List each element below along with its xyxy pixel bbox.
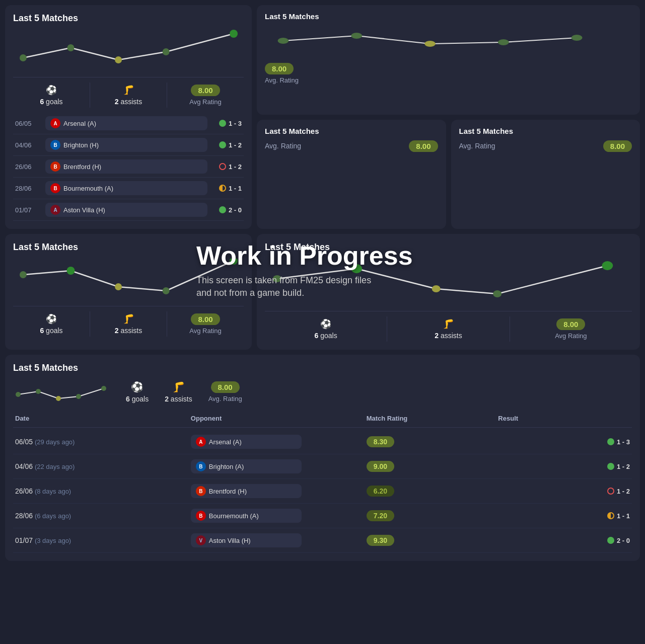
result-badge: 2 - 0 xyxy=(498,537,630,544)
avg-rating-pill: 8.00 xyxy=(211,381,240,393)
result-badge: 1 - 1 xyxy=(211,185,242,192)
result-badge: 1 - 2 xyxy=(211,163,242,171)
svg-point-10 xyxy=(20,271,27,278)
goals-icon: ⚽ xyxy=(131,381,144,393)
match-rating: 9.30 xyxy=(367,535,498,546)
opponent-name: Brighton (H) xyxy=(63,141,99,149)
col-date: Date xyxy=(15,415,191,422)
small-card-2-avg-label: Avg. Rating xyxy=(265,142,301,150)
opponent-badge: A Arsenal (A) xyxy=(45,116,207,130)
avg-rating-label: Avg Rating xyxy=(189,327,221,335)
match-rating: 6.20 xyxy=(367,486,498,497)
small-card-3-title: Last 5 Matches xyxy=(459,127,632,135)
result-score: 1 - 2 xyxy=(617,463,630,470)
bottom-card-header: ⚽ 6 goals 🦵 2 assists 8.00 Avg. Rating xyxy=(13,379,632,405)
opponent-name: Brighton (A) xyxy=(209,463,244,470)
opponent-name: Arsenal (A) xyxy=(209,438,242,446)
match-list-topleft: 06/05 A Arsenal (A) 1 - 3 04/06 B Bright… xyxy=(13,113,244,221)
middle-right-chart xyxy=(265,259,632,304)
goals-value: 6 goals xyxy=(315,332,337,340)
match-date: 26/06 (8 days ago) xyxy=(15,487,191,495)
svg-point-23 xyxy=(76,394,81,399)
result-badge: 1 - 3 xyxy=(498,438,630,446)
result-score: 1 - 1 xyxy=(229,185,242,192)
opponent-badge: B Bournemouth (A) xyxy=(191,509,302,523)
result-score: 1 - 2 xyxy=(229,163,242,171)
goals-stat: ⚽ 6 goals xyxy=(265,316,387,342)
small-card-2-title: Last 5 Matches xyxy=(265,127,438,135)
result-score: 1 - 3 xyxy=(617,438,630,446)
small-card-2-avg: Avg. Rating 8.00 xyxy=(265,140,438,152)
win-dot xyxy=(607,438,614,445)
opponent-name: Bournemouth (A) xyxy=(209,512,259,520)
table-row: 28/06 B Bournemouth (A) 1 - 1 xyxy=(13,178,244,199)
col-result: Result xyxy=(498,415,630,422)
opponent-badge: V Aston Villa (H) xyxy=(191,533,302,547)
match-date: 26/06 xyxy=(15,163,41,171)
opponent-name: Aston Villa (H) xyxy=(209,537,251,544)
table-row: 26/06 B Brentford (H) 1 - 2 xyxy=(13,156,244,178)
small-card-1-rating: 8.00 xyxy=(265,63,294,74)
small-card-3-avg: Avg. Rating 8.00 xyxy=(459,140,632,152)
middle-left-card: Last 5 Matches ⚽ 6 goals 🦵 xyxy=(5,234,252,350)
win-dot xyxy=(219,141,226,148)
table-row: 01/07 (3 days ago) V Aston Villa (H) 9.3… xyxy=(13,528,632,553)
svg-point-20 xyxy=(16,392,21,397)
avg-rating-stat: 8.00 Avg Rating xyxy=(167,83,244,108)
goals-stat: ⚽ 6 goals xyxy=(13,311,90,337)
goals-stat: ⚽ 6 goals xyxy=(13,83,90,108)
opponent-name: Brentford (H) xyxy=(209,488,247,495)
avg-rating-stat: 8.00 Avg Rating xyxy=(167,311,244,337)
top-left-chart xyxy=(13,30,244,70)
brentford-icon: B xyxy=(196,486,206,496)
bottom-stats: ⚽ 6 goals 🦵 2 assists 8.00 Avg. Rating xyxy=(126,381,242,403)
middle-left-stats: ⚽ 6 goals 🦵 2 assists 8.00 Avg Rating xyxy=(13,306,244,337)
assists-stat: 🦵 2 assists xyxy=(90,311,167,337)
svg-point-19 xyxy=(602,261,613,270)
arsenal-icon: A xyxy=(50,118,60,128)
match-rating: 7.20 xyxy=(367,510,498,521)
top-right-grid: Last 5 Matches 8.00 Avg. Rating xyxy=(257,5,640,229)
middle-right-stats: ⚽ 6 goals 🦵 2 assists 8.00 Avg Rating xyxy=(265,311,632,342)
rating-value: 6.20 xyxy=(367,486,394,497)
result-badge: 1 - 2 xyxy=(211,141,242,149)
top-left-card: Last 5 Matches ⚽ 6 goals 🦵 xyxy=(5,5,252,229)
rating-value: 9.00 xyxy=(367,461,394,472)
result-badge: 2 - 0 xyxy=(211,206,242,214)
table-row: 26/06 (8 days ago) B Brentford (H) 6.20 … xyxy=(13,479,632,504)
assists-icon: 🦵 xyxy=(123,313,134,325)
svg-point-5 xyxy=(278,38,289,44)
goals-stat: ⚽ 6 goals xyxy=(126,381,149,403)
assists-label: 2 assists xyxy=(165,395,192,403)
match-date: 28/06 (6 days ago) xyxy=(15,512,191,520)
svg-point-2 xyxy=(115,56,122,63)
goals-icon: ⚽ xyxy=(46,313,57,325)
match-date: 06/05 (29 days ago) xyxy=(15,438,191,446)
svg-point-8 xyxy=(498,39,509,45)
match-rating: 8.30 xyxy=(367,436,498,447)
brighton-icon: B xyxy=(50,140,60,150)
small-card-1-avg-label: Avg. Rating xyxy=(265,76,632,84)
brentford-icon: B xyxy=(50,162,60,172)
result-score: 1 - 2 xyxy=(229,141,242,149)
result-score: 2 - 0 xyxy=(617,537,630,544)
opponent-name: Brentford (H) xyxy=(63,163,101,171)
assists-stat: 🦵 2 assists xyxy=(165,381,192,403)
draw-dot xyxy=(607,512,614,519)
assists-icon: 🦵 xyxy=(123,85,134,96)
match-date: 28/06 xyxy=(15,185,41,192)
avg-rating-label: Avg Rating xyxy=(189,98,221,106)
col-opponent: Opponent xyxy=(191,415,367,422)
opponent-badge: A Arsenal (A) xyxy=(191,435,302,449)
small-card-1-chart xyxy=(265,26,632,56)
match-date: 01/07 xyxy=(15,206,41,214)
goals-label: 6 goals xyxy=(126,395,149,403)
svg-point-3 xyxy=(163,48,170,55)
loss-dot xyxy=(219,163,226,170)
avg-rating-pill: 8.00 xyxy=(191,85,220,96)
top-left-title: Last 5 Matches xyxy=(13,13,244,24)
opponent-badge: B Brighton (H) xyxy=(45,138,207,152)
col-match-rating: Match Rating xyxy=(367,415,498,422)
svg-point-12 xyxy=(115,283,122,290)
middle-left-chart xyxy=(13,259,244,299)
